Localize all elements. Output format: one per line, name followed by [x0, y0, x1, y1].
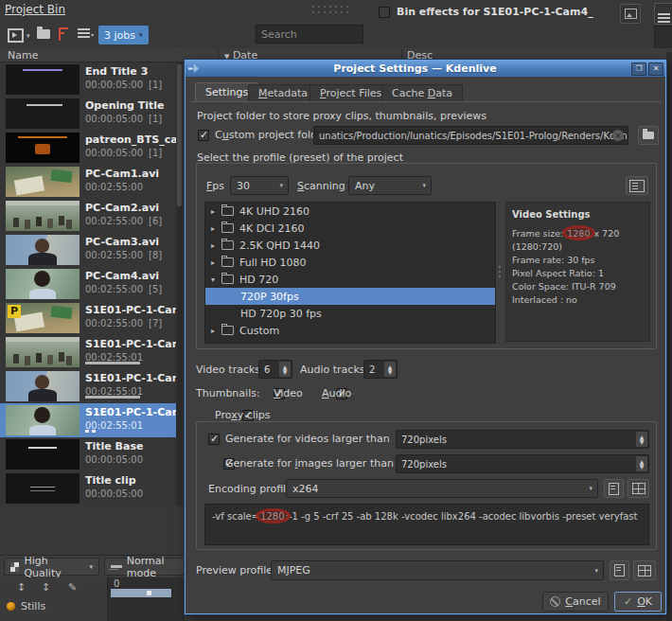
splitter-handle[interactable]: [497, 202, 503, 342]
timeline-counter: 0: [114, 578, 119, 589]
search-input[interactable]: [256, 25, 363, 44]
zone-in-icon[interactable]: ↕: [17, 581, 26, 594]
create-folder-button[interactable]: [37, 29, 50, 42]
proxy-images-stepper[interactable]: 720pixels ▲▼: [396, 454, 649, 473]
video-tracks-value: 6: [264, 364, 270, 375]
tree-expander-icon[interactable]: ▸: [211, 241, 221, 250]
manage-profiles-button[interactable]: [626, 176, 648, 195]
thumbnails-video-label: Video: [274, 387, 303, 399]
tab-metadata[interactable]: Metadata: [248, 84, 318, 102]
tree-expander-icon[interactable]: ▾: [211, 275, 221, 284]
tree-expander-icon[interactable]: ▸: [211, 258, 221, 267]
encoding-profile-select[interactable]: x264▾: [286, 479, 598, 498]
clip-row[interactable]: End Title 300:00:05:00[1]: [0, 62, 176, 97]
clip-progress-bar: [85, 430, 96, 433]
clip-row[interactable]: S1E01-PC-1-Cam2_00:02:55:01: [0, 335, 176, 369]
image-icon: [625, 9, 637, 19]
quality-dropdown[interactable]: High Quality ▾: [4, 558, 99, 576]
profile-tree-folder[interactable]: ▸4K UHD 2160: [205, 203, 495, 220]
frame-size-line: Frame size: 1280 x 720 (1280:720): [512, 227, 644, 254]
custom-folder-input[interactable]: unatics/Production/lunatics/Episodes/S1E…: [313, 126, 628, 145]
clip-name: PC-Cam4.avi: [85, 270, 176, 282]
tree-expander-icon[interactable]: ▸: [211, 207, 221, 216]
stepper-arrows-icon[interactable]: ▲▼: [384, 362, 396, 377]
clip-row[interactable]: S1E01-PC-1-Cam4_00:02:55:01: [0, 403, 176, 437]
profile-tree[interactable]: ▸4K UHD 2160▸4K DCI 2160▸2.5K QHD 1440▸F…: [204, 202, 496, 344]
encoding-params-box[interactable]: -vf scale=1280:-1 -g 5 -crf 25 -ab 128k …: [204, 504, 649, 545]
edit-zone-icon[interactable]: ✎: [68, 581, 77, 594]
maximize-button[interactable]: ❐: [631, 62, 646, 76]
profile-tree-item[interactable]: 720P 30fps: [205, 288, 495, 305]
preview-profile-select[interactable]: MJPEG▾: [271, 560, 604, 580]
fps-select[interactable]: 30▾: [230, 176, 289, 195]
stepper-arrows-icon[interactable]: ▲▼: [279, 362, 291, 377]
kdenlive-app-icon: [188, 64, 199, 73]
clip-row[interactable]: PC-Cam4.avi00:02:55:00[5]: [0, 267, 176, 301]
cancel-icon: [550, 596, 560, 607]
encoding-profile-value: x264: [292, 483, 319, 495]
custom-folder-checkbox[interactable]: [198, 130, 209, 141]
bin-effects-toggle[interactable]: Bin effects for S1E01-PC-1-Cam4_: [379, 6, 593, 18]
stepper-arrows-icon[interactable]: ▲▼: [636, 456, 647, 471]
profile-tree-folder[interactable]: ▾HD 720: [205, 271, 495, 288]
clip-row[interactable]: Title clip00:00:05:00: [0, 471, 176, 506]
scrollbar-handle[interactable]: [177, 64, 182, 206]
folder-icon: [221, 240, 234, 250]
tab-cache-data[interactable]: Cache Data: [381, 84, 463, 102]
profile-tree-folder[interactable]: ▸4K DCI 2160: [205, 220, 495, 237]
clip-row[interactable]: PC-Cam3.avi00:02:55:00[8]: [0, 233, 176, 267]
mini-timeline[interactable]: 0: [107, 577, 185, 621]
scanning-select[interactable]: Any▾: [348, 176, 432, 195]
add-clip-button[interactable]: ▾: [8, 28, 30, 43]
jobs-badge[interactable]: 3 jobs ▾: [98, 26, 149, 44]
tab-project-files[interactable]: Project Files: [309, 84, 392, 102]
clip-row[interactable]: S1E01-PC-1-Cam300:02:55:01: [0, 369, 176, 403]
zone-out-icon[interactable]: ↕: [42, 581, 50, 594]
thumbnails-label: Thumbnails:: [196, 387, 260, 399]
tree-expander-icon[interactable]: ▸: [211, 224, 221, 233]
stills-row[interactable]: Stills: [7, 600, 45, 612]
bin-footer-bar: High Quality ▾ Normal mode: [0, 555, 185, 578]
manage-encoding-profiles-button[interactable]: [628, 479, 649, 498]
cancel-button[interactable]: Cancel: [542, 592, 609, 612]
pixel-aspect-line: Pixel Aspect Ratio: 1: [512, 267, 644, 280]
clip-row[interactable]: patreon_BTS_card-76800:00:05:00[1]: [0, 131, 176, 165]
audio-tracks-stepper[interactable]: 2 ▲▼: [363, 360, 398, 379]
proxy-videos-stepper[interactable]: 720pixels ▲▼: [396, 430, 649, 449]
clip-list-scrollbar[interactable]: [176, 62, 183, 506]
bin-effects-checkbox[interactable]: [379, 7, 390, 18]
view-menu-button[interactable]: ▾: [78, 28, 94, 38]
browse-folder-button[interactable]: [638, 126, 659, 145]
clear-input-icon[interactable]: ×: [612, 130, 624, 141]
clip-row[interactable]: PS1E01-PC-1-Cam1_00:02:55:00[7]: [0, 301, 176, 335]
panel-drag-grip[interactable]: [310, 4, 350, 15]
profile-tree-folder[interactable]: ▸Full HD 1080: [205, 254, 495, 271]
profile-tree-folder[interactable]: ▸2.5K QHD 1440: [205, 237, 495, 254]
profile-label: Full HD 1080: [239, 257, 307, 269]
clip-row[interactable]: PC-Cam1.avi00:02:55:00: [0, 165, 176, 199]
clip-row[interactable]: Title Base00:00:05:00: [0, 437, 176, 471]
edit-preview-profile-button[interactable]: [610, 560, 629, 580]
edit-profile-button[interactable]: [604, 479, 624, 498]
profile-tree-item[interactable]: HD 720p 30 fps: [205, 305, 495, 322]
clip-row[interactable]: PC-Cam2.avi00:02:55:00[6]: [0, 199, 176, 233]
tree-expander-icon[interactable]: ▸: [211, 327, 221, 335]
delete-clip-button[interactable]: [59, 27, 68, 44]
scanning-label: Scanning: [297, 180, 345, 192]
dialog-titlebar[interactable]: Project Settings — Kdenlive ❐ ✕: [186, 61, 665, 77]
video-tracks-stepper[interactable]: 6 ▲▼: [258, 360, 292, 379]
profile-tree-folder[interactable]: ▸Custom: [205, 322, 495, 339]
column-name[interactable]: Name: [8, 49, 38, 62]
panel-menu-button[interactable]: [654, 3, 672, 25]
scopes-button[interactable]: [620, 4, 641, 24]
clip-usage-count: [1]: [149, 114, 162, 124]
quality-label: High Quality: [24, 555, 84, 579]
clip-info: End Title 300:00:05:00[1]: [85, 65, 176, 94]
ok-button[interactable]: ✓ OK: [614, 592, 662, 612]
manage-preview-profiles-button[interactable]: [633, 560, 656, 580]
proxy-videos-checkbox[interactable]: [208, 434, 220, 445]
close-button[interactable]: ✕: [648, 62, 663, 76]
clip-row[interactable]: Opening Title00:00:05:00[1]: [0, 97, 176, 131]
timeline-zone-bar[interactable]: [111, 589, 171, 597]
stepper-arrows-icon[interactable]: ▲▼: [636, 432, 647, 447]
